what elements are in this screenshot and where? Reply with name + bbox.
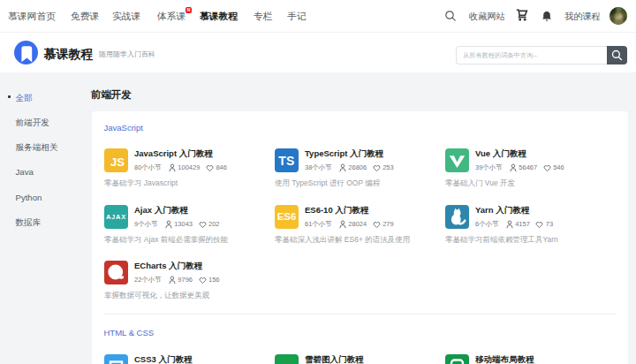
nav-item-zhuanlan[interactable]: 专栏 — [254, 0, 273, 32]
top-navbar: 慕课网首页 免费课 实战课 体系课 N 慕课教程 专栏 手记 收藏网站 我的课程 — [0, 0, 636, 33]
css3-icon — [104, 354, 128, 364]
lesson-count: 61个小节 — [305, 220, 332, 229]
course-title[interactable]: ES6-10 入门教程 — [305, 205, 368, 215]
likes-stat: 279 — [373, 220, 394, 229]
course-title[interactable]: Yarn 入门教程 — [475, 205, 529, 215]
nav-item-home[interactable]: 慕课网首页 — [8, 0, 56, 32]
icon-letters: AJAX — [104, 205, 128, 229]
bell-icon[interactable] — [541, 10, 552, 26]
brand-title[interactable]: 慕课教程 — [44, 48, 94, 61]
course-title[interactable]: JavaScript 入门教程 — [134, 148, 213, 158]
course-desc: 使用 TypeScript 进行 OOP 编程 — [275, 179, 380, 187]
course-desc: 零基础深入浅出讲解 ES6+ 的语法及使用 — [275, 236, 410, 244]
nav-item-jiaocheng[interactable]: 慕课教程 — [200, 0, 238, 32]
yarn-cat-glyph — [445, 205, 469, 229]
magnifier-glyph-white — [611, 49, 623, 61]
section-divider — [104, 314, 616, 315]
sidebar-item-all[interactable]: 全部 — [16, 93, 33, 103]
icon-letters: TS — [275, 148, 299, 172]
sidebar-item-java[interactable]: Java — [16, 167, 34, 178]
view-count: 100429 — [178, 163, 200, 172]
learners-icon — [169, 276, 176, 284]
like-count: 156 — [208, 276, 220, 284]
like-count: 73 — [546, 220, 553, 229]
course-desc: 零基础学习前端依赖管理工具Yarn — [445, 236, 558, 244]
es6-icon: ES6 — [275, 205, 299, 229]
course-title[interactable]: Vue 入门教程 — [475, 148, 526, 158]
nav-item-shizhan[interactable]: 实战课 — [112, 0, 140, 32]
new-badge: N — [186, 7, 192, 13]
like-count: 253 — [382, 163, 394, 172]
views-stat: 100429 — [169, 163, 201, 172]
nav-item-favorite[interactable]: 收藏网站 — [469, 0, 505, 32]
heart-icon — [199, 277, 207, 284]
ajax-icon: AJAX — [104, 205, 128, 229]
like-count: 846 — [216, 163, 227, 172]
echarts-swirl-glyph — [104, 261, 128, 284]
search-button[interactable] — [607, 46, 627, 64]
views-stat: 28024 — [339, 220, 367, 229]
likes-stat: 846 — [206, 163, 227, 172]
learners-icon — [165, 220, 172, 229]
nav-item-shouji[interactable]: 手记 — [287, 0, 307, 32]
course-stats: 6个小节 4157 73 — [475, 220, 553, 229]
course-desc: 零基础学习 Javascript — [104, 179, 178, 187]
views-stat: 4157 — [506, 220, 530, 229]
course-desc: 掌握数据可视化，让数据更美观 — [104, 292, 209, 300]
cart-icon[interactable] — [516, 9, 528, 26]
icon-letters: ES6 — [275, 205, 299, 229]
course-desc: 零基础学习 Ajax 前端必需掌握的技能 — [104, 236, 228, 244]
sidebar-item-frontend[interactable]: 前端开发 — [16, 118, 49, 128]
mobile-layout-icon — [445, 354, 469, 364]
sidebar-item-server[interactable]: 服务端相关 — [16, 142, 58, 153]
course-title[interactable]: TypeScript 入门教程 — [305, 148, 383, 158]
section-heading-javascript[interactable]: JavaScript — [104, 123, 143, 133]
view-count: 28024 — [348, 220, 367, 229]
course-stats: 22个小节 9796 156 — [134, 276, 220, 284]
heart-icon — [543, 164, 551, 172]
avatar-photo — [610, 7, 627, 25]
course-stats: 80个小节 100429 846 — [134, 163, 227, 172]
views-stat: 9796 — [169, 276, 193, 284]
section-heading-htmlcss[interactable]: HTML & CSS — [104, 328, 155, 337]
view-count: 26806 — [348, 163, 367, 172]
view-count: 13043 — [174, 220, 193, 229]
lesson-count: 80个小节 — [134, 163, 162, 172]
heart-icon — [373, 164, 381, 172]
course-title[interactable]: 移动端布局教程 — [475, 354, 534, 364]
search-input[interactable] — [463, 47, 602, 64]
lesson-count: 22个小节 — [134, 276, 162, 284]
course-stats: 61个小节 28024 279 — [305, 220, 394, 229]
like-count: 279 — [382, 220, 394, 229]
course-title[interactable]: ECharts 入门教程 — [134, 261, 202, 270]
imooc-wiki-logo[interactable] — [14, 41, 38, 64]
js-icon: JS — [104, 148, 128, 172]
likes-stat: 546 — [543, 163, 564, 172]
views-stat: 26806 — [339, 163, 367, 172]
views-stat: 56467 — [510, 163, 537, 172]
magnifier-glyph — [444, 10, 457, 22]
nav-item-tixi[interactable]: 体系课 — [157, 0, 186, 32]
like-count: 202 — [208, 220, 220, 229]
avatar[interactable] — [610, 7, 627, 28]
sidebar-item-python[interactable]: Python — [16, 193, 42, 203]
course-stats: 9个小节 13043 202 — [134, 220, 220, 229]
brand-tagline: 随用随学入门百科 — [99, 49, 155, 59]
sidebar-item-database[interactable]: 数据库 — [16, 217, 42, 228]
course-title[interactable]: CSS3 入门教程 — [134, 354, 192, 364]
bell-glyph — [541, 11, 552, 22]
heart-icon — [199, 221, 207, 229]
search-icon[interactable] — [444, 10, 457, 26]
likes-stat: 253 — [373, 163, 394, 172]
lesson-count: 38个小节 — [305, 163, 332, 172]
icon-letters: JS — [104, 148, 126, 172]
course-title[interactable]: 雪碧图入门教程 — [305, 354, 364, 364]
vue-v-glyph — [445, 148, 469, 172]
views-stat: 13043 — [165, 220, 193, 229]
course-title[interactable]: Ajax 入门教程 — [134, 205, 188, 215]
nav-item-free[interactable]: 免费课 — [71, 0, 99, 32]
active-bullet — [8, 95, 11, 98]
nav-item-my-courses[interactable]: 我的课程 — [564, 0, 601, 32]
cart-glyph — [516, 9, 528, 22]
view-count: 56467 — [519, 163, 537, 172]
